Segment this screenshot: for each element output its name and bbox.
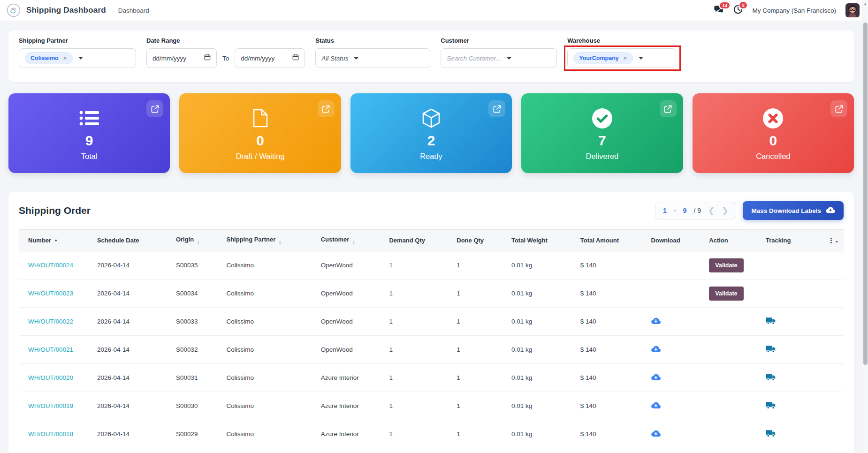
cloud-download-icon[interactable] <box>651 373 661 381</box>
date-from-input[interactable]: dd/mm/yyyy <box>146 48 217 68</box>
external-link-icon[interactable] <box>146 100 163 117</box>
truck-tracking-icon[interactable] <box>766 317 776 325</box>
col-header-shipping-partner[interactable]: Shipping Partner▲▼ <box>224 230 319 251</box>
done-qty-cell: 1 <box>455 420 510 448</box>
schedule-date-cell: 2026-04-14 <box>95 420 174 448</box>
list-icon <box>79 107 99 129</box>
date-to-input[interactable]: dd/mm/yyyy <box>235 48 305 68</box>
company-switcher[interactable]: My Company (San Francisco) <box>752 7 836 14</box>
external-link-icon[interactable] <box>488 100 505 117</box>
activities-count-badge: 2 <box>739 1 747 9</box>
external-link-icon[interactable] <box>660 100 677 117</box>
stat-card-total[interactable]: 9 Total <box>8 93 170 173</box>
shipping-partner-cell: Colissimo <box>224 420 319 448</box>
x-circle-icon <box>762 107 784 129</box>
cloud-download-icon[interactable] <box>651 345 661 353</box>
truck-tracking-icon[interactable] <box>766 430 776 438</box>
sort-icon[interactable]: ▲▼ <box>352 240 355 245</box>
page-start: 1 <box>663 207 667 214</box>
col-header-number[interactable]: Number▼ <box>19 230 95 251</box>
shipping-partner-select[interactable]: Colissimo ✕ <box>19 48 136 68</box>
customer-search-input[interactable]: Search Customer... <box>441 48 557 68</box>
total-weight-cell: 0.01 kg <box>510 251 579 279</box>
shipping-partner-tag[interactable]: Colissimo ✕ <box>25 52 73 64</box>
sort-icon[interactable]: ▲▼ <box>278 240 282 245</box>
vertical-scrollbar[interactable]: ▲ <box>862 0 868 453</box>
scroll-up-arrow[interactable]: ▲ <box>862 0 868 7</box>
order-number-link[interactable]: WH/OUT/00023 <box>28 290 73 297</box>
stat-card-delivered[interactable]: 7 Delivered <box>521 93 683 173</box>
customer-cell: OpenWood <box>319 251 388 279</box>
validate-button[interactable]: Validate <box>709 287 743 301</box>
origin-cell: S00033 <box>174 308 225 336</box>
customer-cell: Azure Interior <box>319 392 388 420</box>
status-select[interactable]: All Status <box>315 48 430 68</box>
total-amount-cell: $ 140 <box>579 251 649 279</box>
truck-tracking-icon[interactable] <box>766 401 776 409</box>
stat-card-label: Cancelled <box>756 152 790 161</box>
cloud-download-icon[interactable] <box>651 401 661 409</box>
cloud-download-icon[interactable] <box>651 317 661 325</box>
remove-tag-icon[interactable]: ✕ <box>623 55 627 61</box>
truck-tracking-icon[interactable] <box>766 345 776 353</box>
order-number-link[interactable]: WH/OUT/00021 <box>28 346 73 353</box>
schedule-date-cell: 2026-04-14 <box>95 251 174 279</box>
stat-card-label: Delivered <box>586 152 619 161</box>
col-header-customer[interactable]: Customer▲▼ <box>319 230 388 251</box>
total-amount-cell: $ 140 <box>579 336 649 364</box>
total-weight-cell: 0.01 kg <box>510 364 579 392</box>
col-header-schedule-date: Schedule Date <box>95 230 174 251</box>
column-options-icon[interactable]: ⋮▼ <box>828 236 839 244</box>
truck-tracking-icon[interactable] <box>766 373 776 381</box>
shipping-partner-cell: Colissimo <box>224 251 319 279</box>
filter-panel: Shipping Partner Colissimo ✕ Date Range … <box>8 30 854 82</box>
external-link-icon[interactable] <box>830 100 847 117</box>
order-number-link[interactable]: WH/OUT/00022 <box>28 318 73 325</box>
shipping-partner-cell: Colissimo <box>224 392 319 420</box>
odoo-apps-icon[interactable]: odoo <box>7 3 21 17</box>
demand-qty-cell: 1 <box>387 336 455 364</box>
scrollbar-thumb[interactable] <box>863 23 868 365</box>
validate-button[interactable]: Validate <box>709 258 743 272</box>
col-header-total-weight: Total Weight <box>510 230 579 251</box>
page-end: 9 <box>683 207 687 214</box>
stat-card-draft-waiting[interactable]: 0 Draft / Waiting <box>179 93 341 173</box>
calendar-icon[interactable] <box>292 54 299 62</box>
warehouse-select[interactable]: YourCompany ✕ <box>567 48 676 68</box>
avatar[interactable] <box>845 3 860 17</box>
sort-desc-icon[interactable]: ▼ <box>54 239 58 243</box>
origin-cell: S00031 <box>174 364 225 392</box>
schedule-date-cell: 2026-04-14 <box>95 336 174 364</box>
total-amount-cell: $ 140 <box>579 364 649 392</box>
messages-button[interactable]: 14 <box>714 5 724 16</box>
date-to-label: To <box>222 55 229 62</box>
stat-card-ready[interactable]: 2 Ready <box>350 93 512 173</box>
col-header-origin[interactable]: Origin▲▼ <box>174 230 225 251</box>
col-header-download: Download <box>649 230 708 251</box>
mass-download-labels-button[interactable]: Mass Download Labels <box>743 201 844 220</box>
messages-count-badge: 14 <box>719 1 731 10</box>
warehouse-tag[interactable]: YourCompany ✕ <box>573 52 633 64</box>
stat-card-label: Ready <box>420 152 442 161</box>
prev-page-icon[interactable]: ❮ <box>708 207 715 215</box>
column-options[interactable]: ⋮▼ <box>821 230 844 251</box>
cloud-download-icon[interactable] <box>651 430 661 438</box>
stat-card-cancelled[interactable]: 0 Cancelled <box>693 93 854 173</box>
activities-button[interactable]: 2 <box>733 5 743 16</box>
order-number-link[interactable]: WH/OUT/00018 <box>28 430 73 438</box>
customer-cell: Azure Interior <box>319 364 388 392</box>
done-qty-cell: 1 <box>455 336 510 364</box>
total-amount-cell: $ 140 <box>579 279 649 308</box>
nav-dashboard[interactable]: Dashboard <box>118 7 149 14</box>
status-label: Status <box>315 37 430 44</box>
calendar-icon[interactable] <box>204 54 211 62</box>
table-row: WH/OUT/00021 2026-04-14 S00032 Colissimo… <box>19 336 844 364</box>
order-number-link[interactable]: WH/OUT/00024 <box>28 262 73 269</box>
order-number-link[interactable]: WH/OUT/00019 <box>28 402 73 409</box>
stat-card-value: 0 <box>769 133 777 148</box>
sort-icon[interactable]: ▲▼ <box>197 240 200 245</box>
next-page-icon[interactable]: ❯ <box>722 207 728 215</box>
external-link-icon[interactable] <box>318 100 335 117</box>
remove-tag-icon[interactable]: ✕ <box>63 55 67 61</box>
order-number-link[interactable]: WH/OUT/00020 <box>28 374 73 381</box>
